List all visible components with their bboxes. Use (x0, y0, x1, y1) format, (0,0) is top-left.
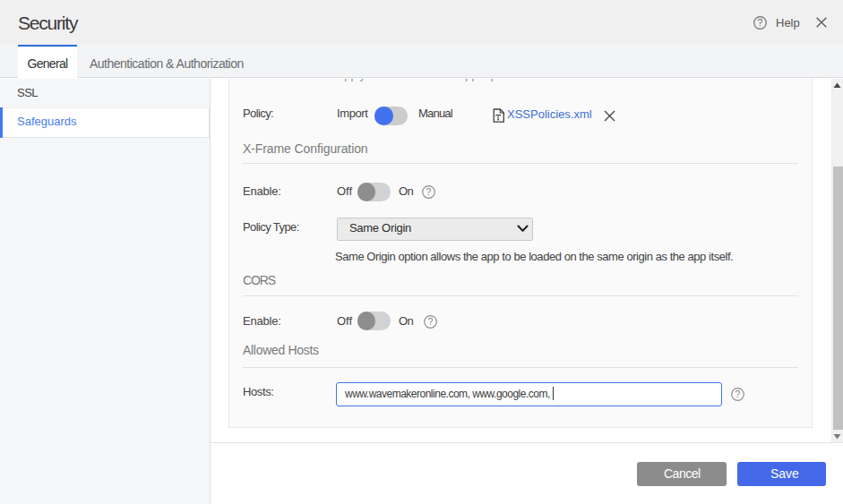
svg-text:?: ? (758, 17, 763, 28)
svg-text:?: ? (735, 389, 740, 399)
svg-text:?: ? (426, 186, 432, 197)
svg-text:?: ? (428, 316, 434, 327)
